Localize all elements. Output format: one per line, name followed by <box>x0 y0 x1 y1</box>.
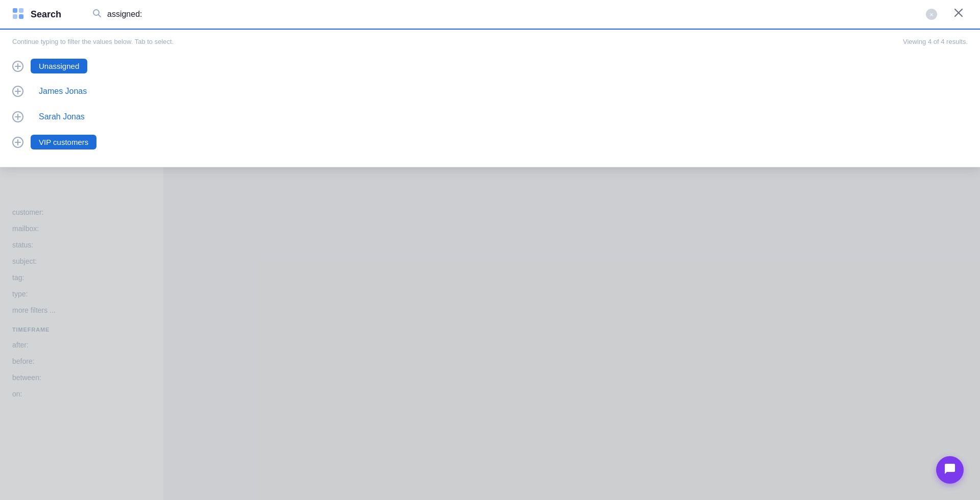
result-tag[interactable]: VIP customers <box>31 135 96 149</box>
result-item[interactable]: Unassigned <box>12 54 968 79</box>
add-result-icon <box>12 111 23 122</box>
search-close-button[interactable] <box>949 6 968 23</box>
svg-rect-2 <box>13 14 17 19</box>
search-modal: Search × Continue typing to filter the v… <box>0 0 980 167</box>
svg-rect-3 <box>19 14 23 19</box>
result-tag[interactable]: Unassigned <box>31 59 87 73</box>
search-header: Search × <box>0 0 980 30</box>
add-result-icon <box>12 137 23 148</box>
app-title: Search <box>12 8 84 21</box>
search-clear-button[interactable]: × <box>926 9 937 20</box>
search-input[interactable] <box>107 10 921 19</box>
search-icon <box>92 8 102 21</box>
add-result-icon <box>12 86 23 97</box>
result-item[interactable]: VIP customers <box>12 130 968 155</box>
search-count-text: Viewing 4 of 4 results. <box>903 38 968 45</box>
svg-rect-0 <box>13 8 17 13</box>
app-title-text: Search <box>31 9 61 20</box>
results-list: Unassigned James Jonas Sarah Jonas VIP c… <box>12 54 968 155</box>
svg-line-5 <box>99 14 101 17</box>
help-chat-button[interactable] <box>936 456 964 484</box>
search-results-panel: Continue typing to filter the values bel… <box>0 30 980 167</box>
svg-rect-1 <box>19 8 23 13</box>
search-hint-text: Continue typing to filter the values bel… <box>12 38 174 45</box>
result-item[interactable]: James Jonas <box>12 79 968 104</box>
add-result-icon <box>12 61 23 72</box>
result-item[interactable]: Sarah Jonas <box>12 104 968 130</box>
search-input-wrapper: × <box>84 8 945 21</box>
app-logo-icon <box>12 8 26 21</box>
search-hint-row: Continue typing to filter the values bel… <box>12 38 968 45</box>
result-tag[interactable]: Sarah Jonas <box>31 109 93 124</box>
chat-icon <box>944 463 956 478</box>
result-tag[interactable]: James Jonas <box>31 84 95 99</box>
